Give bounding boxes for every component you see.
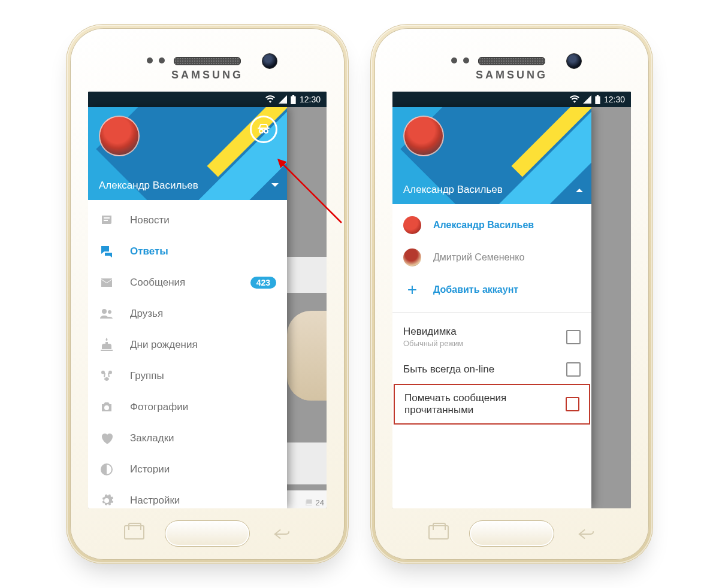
nav-label: Друзья <box>130 308 276 320</box>
settings-icon <box>99 493 114 508</box>
svg-point-0 <box>259 129 263 133</box>
status-bar: 12:30 <box>392 92 631 107</box>
nav-label: Группы <box>130 370 276 382</box>
checkbox[interactable] <box>566 330 581 344</box>
bookmarks-icon <box>99 431 114 446</box>
nav-label: Фотографии <box>130 401 276 413</box>
caret-down-icon[interactable] <box>271 183 279 190</box>
recent-apps-button[interactable] <box>428 525 449 539</box>
phone-frame-right: SAMSUNG 12:30 <box>370 24 653 564</box>
option-always-online[interactable]: Быть всегда on-line <box>392 355 591 384</box>
nav-item-bookmarks[interactable]: Закладки <box>88 423 287 454</box>
nav-item-news[interactable]: Новости <box>88 205 287 236</box>
nav-item-photos[interactable]: Фотографии <box>88 392 287 423</box>
brand-label: SAMSUNG <box>70 69 345 81</box>
front-camera-icon <box>262 53 277 69</box>
back-button[interactable] <box>273 528 291 539</box>
nav-item-stories[interactable]: Истории <box>88 454 287 485</box>
recent-apps-button[interactable] <box>124 525 144 539</box>
account-name: Дмитрий Семененко <box>433 252 524 263</box>
back-button[interactable] <box>577 528 595 539</box>
news-icon <box>99 213 114 228</box>
option-title: Быть всегда on-line <box>403 363 494 375</box>
account-row-primary[interactable]: Александр Васильев <box>392 209 591 241</box>
wifi-icon <box>265 95 275 104</box>
sensor-icon <box>451 57 457 63</box>
option-title: Невидимка <box>403 326 457 337</box>
wifi-icon <box>570 95 579 104</box>
nav-item-messages[interactable]: Сообщения 423 <box>88 267 287 298</box>
nav-label: Ответы <box>130 245 276 257</box>
battery-icon <box>595 95 600 104</box>
nav-item-groups[interactable]: Группы <box>88 360 287 392</box>
nav-item-replies[interactable]: Ответы <box>88 236 287 267</box>
caret-up-icon[interactable] <box>576 185 583 192</box>
checkbox[interactable] <box>566 362 581 377</box>
background-card <box>287 257 327 293</box>
plus-icon: + <box>403 280 421 299</box>
brand-label: SAMSUNG <box>374 69 649 81</box>
battery-icon <box>291 95 296 104</box>
nav-item-friends[interactable]: Друзья <box>88 298 287 329</box>
replies-icon <box>99 244 114 259</box>
phone-frame-left: SAMSUNG 12:30 <box>66 24 349 564</box>
incognito-icon[interactable] <box>250 116 277 143</box>
background-card <box>287 442 327 484</box>
sensor-icon <box>463 57 469 63</box>
svg-point-2 <box>102 309 107 314</box>
groups-icon <box>99 368 114 384</box>
avatar <box>403 216 421 234</box>
avatar <box>403 248 421 266</box>
divider <box>392 312 591 313</box>
status-time: 12:30 <box>604 95 625 104</box>
messages-icon <box>99 275 114 290</box>
nav-label: Настройки <box>130 495 276 507</box>
checkbox[interactable] <box>566 397 579 411</box>
svg-point-3 <box>108 310 111 314</box>
app-surface: 24 <box>88 107 327 508</box>
home-button[interactable] <box>469 520 554 547</box>
nav-label: Дни рождения <box>130 339 276 351</box>
status-time: 12:30 <box>300 95 321 104</box>
content-scrim[interactable]: 24 <box>287 107 327 508</box>
stories-icon <box>99 462 114 477</box>
avatar[interactable] <box>403 116 444 156</box>
drawer-user-name: Александр Васильев <box>403 184 503 196</box>
screen: 12:30 24 <box>88 92 327 508</box>
drawer-user-name: Александр Васильев <box>99 180 198 192</box>
nav-label: Истории <box>130 463 276 475</box>
drawer-header[interactable]: Александр Васильев <box>392 107 591 204</box>
account-name: Александр Васильев <box>433 220 534 231</box>
option-mark-read[interactable]: Помечать сообщения прочитанными <box>394 384 590 425</box>
option-invisible[interactable]: Невидимка Обычный режим <box>392 319 591 355</box>
birthdays-icon <box>99 337 114 353</box>
nav-label: Закладки <box>130 432 276 444</box>
front-camera-icon <box>566 53 582 69</box>
speaker-grille <box>174 57 241 65</box>
option-subtitle: Обычный режим <box>403 339 566 348</box>
speaker-grille <box>478 57 545 65</box>
nav-item-settings[interactable]: Настройки <box>88 485 287 508</box>
sensor-icon <box>147 57 153 63</box>
friends-icon <box>99 306 114 322</box>
svg-point-1 <box>264 129 268 133</box>
photos-icon <box>99 399 114 415</box>
background-counter: 24 <box>287 490 327 508</box>
nav-item-birthdays[interactable]: Дни рождения <box>88 329 287 360</box>
app-surface: Александр Васильев Александр Васильев <box>392 107 631 508</box>
background-card <box>287 311 327 401</box>
avatar[interactable] <box>99 116 140 156</box>
signal-icon <box>583 95 591 104</box>
drawer-header[interactable]: Александр Васильев <box>88 107 287 200</box>
account-row-secondary[interactable]: Дмитрий Семененко <box>392 241 591 274</box>
add-account-row[interactable]: + Добавить аккаунт <box>392 274 591 306</box>
signal-icon <box>279 95 287 104</box>
add-account-label: Добавить аккаунт <box>433 284 518 295</box>
unread-badge: 423 <box>250 277 276 289</box>
content-scrim[interactable] <box>591 107 631 508</box>
option-title: Помечать сообщения прочитанными <box>404 392 506 416</box>
home-button[interactable] <box>165 520 250 547</box>
navigation-drawer: Александр Васильев Александр Васильев <box>392 107 591 508</box>
phone-bezel: SAMSUNG 12:30 <box>70 28 345 560</box>
phone-bezel: SAMSUNG 12:30 <box>374 28 649 560</box>
